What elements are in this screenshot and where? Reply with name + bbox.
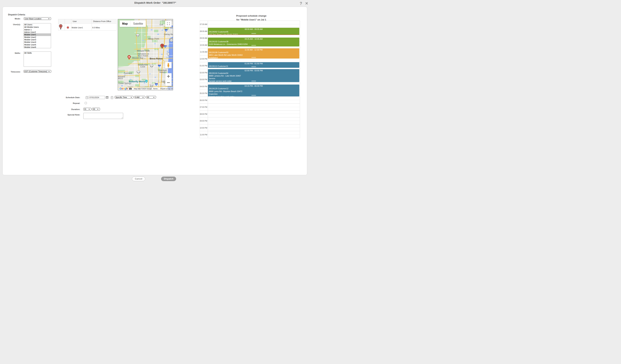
svg-text:A1A: A1A: [170, 40, 173, 41]
svg-text:845: 845: [151, 65, 153, 67]
svg-text:Delray Bea: Delray Bea: [164, 33, 173, 36]
svg-text:AKES: AKES: [118, 77, 123, 80]
svg-text:Mission Bay: Mission Bay: [132, 57, 143, 59]
svg-text:Golf: Golf: [159, 24, 163, 26]
svg-text:Cove: Cove: [140, 66, 145, 68]
svg-text:1: 1: [60, 25, 61, 27]
svg-text:95: 95: [165, 30, 167, 32]
svg-text:Boca Raton: Boca Raton: [150, 57, 163, 60]
svg-text:Whisper Walk: Whisper Walk: [137, 50, 150, 52]
svg-text:1: 1: [162, 44, 163, 47]
svg-text:441: 441: [137, 71, 140, 73]
svg-text:1: 1: [168, 54, 169, 55]
svg-text:Parkland: Parkland: [124, 72, 132, 74]
svg-text:Beach: Beach: [159, 71, 165, 74]
svg-text:Kings Point: Kings Point: [149, 37, 159, 40]
svg-text:441: 441: [137, 34, 139, 36]
svg-text:Butterfly World: Butterfly World: [129, 80, 145, 83]
svg-text:Boca Raton: Boca Raton: [138, 55, 148, 57]
